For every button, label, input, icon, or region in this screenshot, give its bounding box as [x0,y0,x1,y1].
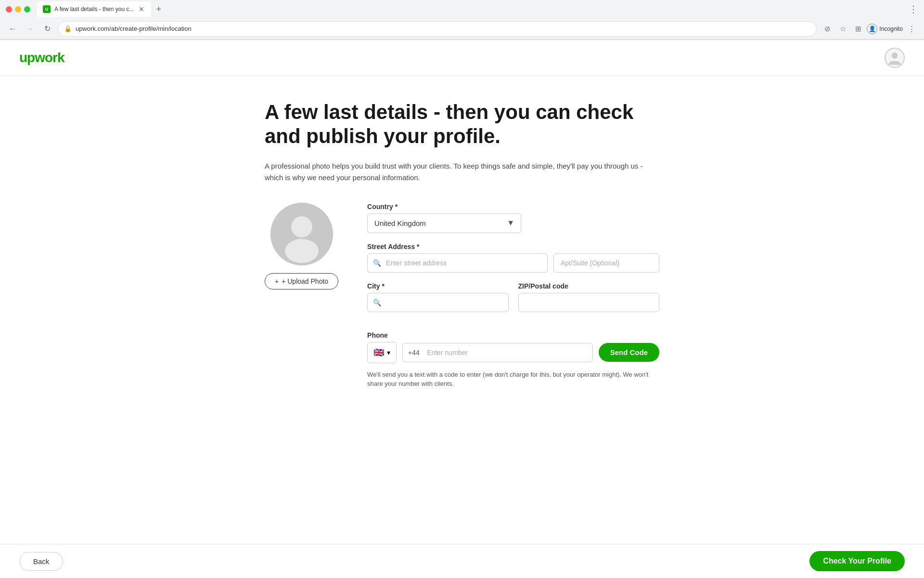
street-address-label: Street Address * [367,243,659,250]
svg-point-2 [291,216,312,237]
more-options-button[interactable]: ⋮ [909,3,918,15]
browser-chrome: U A few last details - then you c... ✕ +… [0,0,924,40]
phone-group: Phone 🇬🇧 ▾ +44 Send Code We'll send you … [367,331,659,389]
page-header: upwork [0,40,924,76]
country-code-selector[interactable]: 🇬🇧 ▾ [367,342,397,363]
upwork-logo[interactable]: upwork [19,50,64,66]
page-content: A few last details - then you can checka… [245,76,679,456]
tab-close-button[interactable]: ✕ [138,5,145,13]
photo-section: + + Upload Photo [265,203,338,289]
country-select[interactable]: United Kingdom United States Canada [367,213,521,233]
street-address-input[interactable] [367,253,548,273]
city-input[interactable] [367,293,508,312]
close-traffic-light[interactable] [6,6,12,13]
lock-icon: 🔒 [64,25,72,32]
form-fields: Country * United Kingdom United States C… [367,203,659,398]
phone-input-wrapper: +44 [402,343,593,362]
phone-input[interactable] [402,343,593,362]
zip-group: ZIP/Postal code [518,282,659,312]
back-nav-button[interactable]: ← [6,22,19,36]
url-display: upwork.com/ab/create-profile/min/locatio… [76,25,810,32]
check-your-profile-button[interactable]: Check Your Profile [809,551,905,571]
uk-flag-icon: 🇬🇧 [373,347,384,358]
incognito-icon: 👤 [867,24,877,34]
phone-disclaimer: We'll send you a text with a code to ent… [367,370,659,389]
upload-photo-button[interactable]: + + Upload Photo [265,273,338,289]
zip-input-wrapper [518,293,659,312]
city-group: City * 🔍 [367,282,508,312]
extensions-icon[interactable]: ⊞ [851,22,865,36]
maximize-traffic-light[interactable] [24,6,30,13]
plus-icon: + [275,277,279,285]
form-layout: + + Upload Photo Country * United Kingdo… [265,203,659,398]
new-tab-button[interactable]: + [152,2,165,16]
back-button[interactable]: Back [19,552,63,571]
country-group: Country * United Kingdom United States C… [367,203,659,233]
page-title: A few last details - then you can checka… [265,100,659,149]
zip-label: ZIP/Postal code [518,282,659,290]
send-code-button[interactable]: Send Code [599,343,659,362]
upload-photo-label: + Upload Photo [282,277,328,285]
city-label: City * [367,282,508,290]
address-row: 🔍 [367,253,659,273]
search-icon: 🔍 [373,259,381,267]
phone-label: Phone [367,331,659,339]
city-input-wrapper: 🔍 [367,293,508,312]
cast-icon[interactable]: ⊘ [821,22,834,36]
city-search-icon: 🔍 [373,299,381,306]
apt-input-wrapper [553,253,659,273]
street-address-group: Street Address * 🔍 [367,243,659,273]
svg-point-3 [285,239,319,263]
tab-favicon: U [43,5,51,13]
bottom-navigation: Back Check Your Profile [0,544,924,578]
minimize-traffic-light[interactable] [15,6,21,13]
street-input-wrapper: 🔍 [367,253,548,273]
active-tab[interactable]: U A few last details - then you c... ✕ [37,1,151,17]
menu-button[interactable]: ⋮ [905,22,918,36]
chevron-down-icon: ▾ [387,349,390,356]
incognito-badge: 👤 Incognito [867,24,903,34]
phone-prefix: +44 [408,349,420,356]
forward-nav-button[interactable]: → [23,22,37,36]
apt-suite-input[interactable] [553,253,659,273]
country-select-wrapper: United Kingdom United States Canada ▼ [367,213,521,233]
avatar-circle [270,203,333,265]
bookmark-icon[interactable]: ☆ [836,22,849,36]
title-bar: U A few last details - then you c... ✕ +… [0,0,924,18]
svg-point-0 [892,53,898,59]
zip-input[interactable] [518,293,659,312]
browser-toolbar: ← → ↻ 🔒 upwork.com/ab/create-profile/min… [0,18,924,39]
phone-row: 🇬🇧 ▾ +44 Send Code [367,342,659,363]
incognito-label: Incognito [879,26,903,32]
tab-bar: U A few last details - then you c... ✕ + [37,1,905,17]
reload-button[interactable]: ↻ [40,22,54,36]
address-bar[interactable]: 🔒 upwork.com/ab/create-profile/min/locat… [58,21,817,37]
page-subtitle: A professional photo helps you build tru… [265,160,659,184]
country-label: Country * [367,203,659,210]
toolbar-actions: ⊘ ☆ ⊞ 👤 Incognito ⋮ [821,22,918,36]
user-avatar-nav[interactable] [885,48,905,68]
city-zip-row: City * 🔍 ZIP/Postal code [367,282,659,322]
tab-title: A few last details - then you c... [54,6,134,13]
traffic-lights [6,6,30,13]
